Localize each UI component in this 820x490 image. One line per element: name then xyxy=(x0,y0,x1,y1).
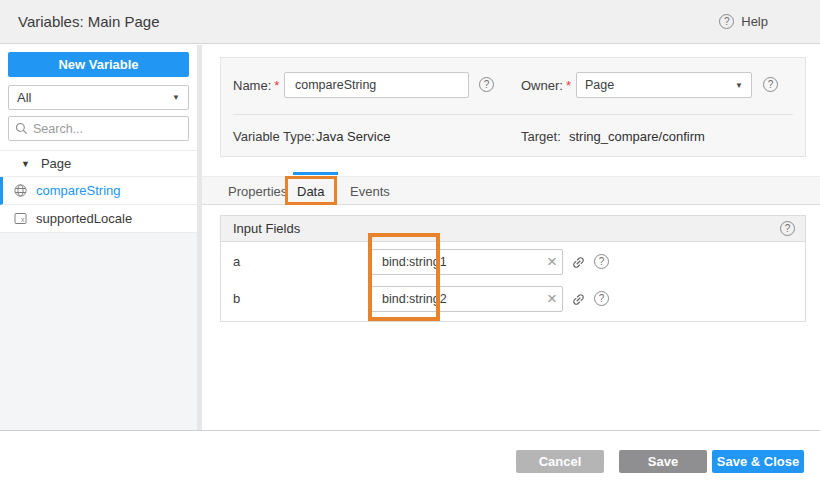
tab-events[interactable]: Events xyxy=(350,177,390,206)
input-fields-header: Input Fields ? xyxy=(221,216,805,242)
tree-item-label: compareString xyxy=(36,183,121,198)
help-label: Help xyxy=(741,14,768,29)
name-input[interactable] xyxy=(284,72,469,98)
input-field-row-b: b × ? xyxy=(221,286,805,312)
tree-item-comparestring[interactable]: compareString xyxy=(0,177,197,205)
variable-filter-select[interactable]: All ▼ xyxy=(8,85,189,110)
variable-detail-panel: Name:* ? Owner:* Page ▼ ? Variable Type:… xyxy=(202,45,820,431)
tab-data[interactable]: Data xyxy=(297,177,324,206)
variable-type-label: Variable Type: xyxy=(233,129,315,144)
field-a-bind-input[interactable] xyxy=(371,249,563,275)
variable-summary-card: Name:* ? Owner:* Page ▼ ? Variable Type:… xyxy=(220,57,806,157)
clear-icon[interactable]: × xyxy=(547,250,557,274)
owner-select[interactable]: Page ▼ xyxy=(576,72,752,98)
field-b-help-icon[interactable]: ? xyxy=(594,291,609,306)
tree-group-page[interactable]: ▼ Page xyxy=(0,150,197,177)
input-fields-help-icon[interactable]: ? xyxy=(780,221,795,236)
variables-dialog: Variables: Main Page ? Help New Variable… xyxy=(0,0,820,490)
search-input[interactable] xyxy=(33,122,173,136)
tree-item-label: supportedLocale xyxy=(36,211,132,226)
required-asterisk: * xyxy=(274,78,279,93)
active-tab-indicator xyxy=(293,172,338,175)
input-fields-section: Input Fields ? a × ? b × xyxy=(220,215,806,322)
help-icon: ? xyxy=(719,14,734,29)
name-label: Name:* xyxy=(233,78,279,93)
input-fields-title: Input Fields xyxy=(233,216,300,242)
tree-item-supportedlocale[interactable]: x supportedLocale xyxy=(0,205,197,233)
page-title: Variables: Main Page xyxy=(18,0,159,44)
chevron-down-icon: ▼ xyxy=(735,81,743,90)
card-divider xyxy=(233,114,793,115)
variable-type-value: Java Service xyxy=(316,129,390,144)
tab-properties[interactable]: Properties xyxy=(228,177,287,206)
field-label: a xyxy=(233,249,240,275)
owner-selected-value: Page xyxy=(585,78,614,92)
field-b-bind-input[interactable] xyxy=(371,286,563,312)
help-button[interactable]: ? Help xyxy=(719,14,768,29)
required-asterisk: * xyxy=(566,78,571,93)
target-label: Target: xyxy=(521,129,561,144)
save-and-close-button[interactable]: Save & Close xyxy=(712,450,804,473)
target-value: string_compare/confirm xyxy=(569,129,705,144)
dialog-header: Variables: Main Page ? Help xyxy=(0,0,820,44)
input-field-row-a: a × ? xyxy=(221,249,805,275)
svg-text:x: x xyxy=(21,216,25,223)
java-service-icon xyxy=(14,184,27,197)
owner-label: Owner:* xyxy=(521,78,571,93)
bind-link-icon[interactable] xyxy=(571,292,586,307)
tab-bar: Properties Data Events xyxy=(202,176,820,205)
owner-help-icon[interactable]: ? xyxy=(763,77,778,92)
variable-document-icon: x xyxy=(14,212,27,225)
filter-selected-value: All xyxy=(17,90,31,105)
search-box[interactable] xyxy=(8,116,189,141)
bind-link-icon[interactable] xyxy=(571,255,586,270)
search-icon xyxy=(15,122,28,135)
field-a-help-icon[interactable]: ? xyxy=(594,254,609,269)
cancel-button[interactable]: Cancel xyxy=(516,450,604,473)
field-label: b xyxy=(233,286,240,312)
clear-icon[interactable]: × xyxy=(547,287,557,311)
chevron-down-icon: ▼ xyxy=(172,93,180,102)
tree-expander-icon[interactable]: ▼ xyxy=(21,159,30,169)
tree-group-label: Page xyxy=(41,156,71,171)
name-help-icon[interactable]: ? xyxy=(479,77,494,92)
variables-sidebar: New Variable All ▼ ▼ Page compareString … xyxy=(0,45,197,431)
new-variable-button[interactable]: New Variable xyxy=(8,52,189,77)
dialog-footer: Cancel Save Save & Close xyxy=(0,430,820,490)
save-button[interactable]: Save xyxy=(619,450,707,473)
